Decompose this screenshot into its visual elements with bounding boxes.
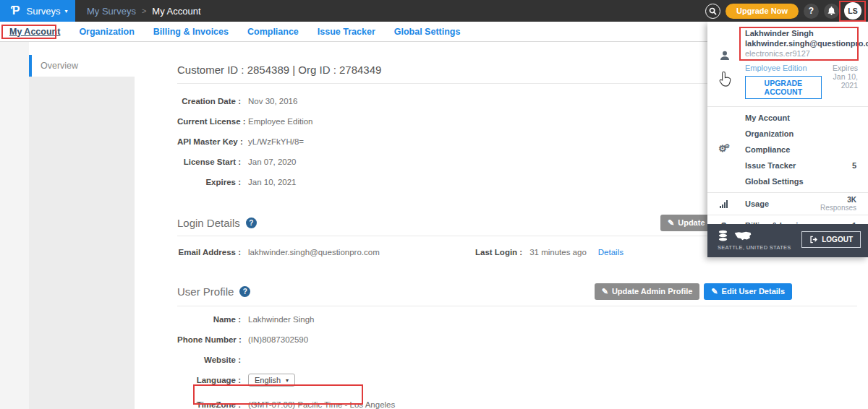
field-label: Current License :: [177, 117, 241, 126]
field-value: Employee Edition: [248, 117, 313, 126]
user-dropdown-panel: Lakhwinder Singh lakhwinder.singh@questi…: [707, 22, 868, 257]
field-row-name: Name : Lakhwinder Singh: [177, 315, 857, 324]
user-username: electronics.er9127: [745, 48, 858, 59]
issue-tracker-count: 5: [852, 161, 856, 170]
user-email: lakhwinder.singh@questionpro.com: [745, 38, 858, 48]
question-mark-icon: ?: [809, 6, 814, 16]
last-login-label: Last Login :: [475, 248, 522, 257]
menu-item-issue-tracker[interactable]: Issue Tracker 5: [707, 158, 868, 173]
search-icon: [709, 7, 717, 15]
app-name: Surveys: [27, 6, 61, 17]
questionpro-logo-icon: Ƥ: [11, 4, 20, 17]
breadcrumb: My Surveys > My Account: [87, 6, 201, 17]
field-row-website: Website :: [177, 356, 857, 364]
usa-map-icon: [734, 231, 752, 241]
edit-icon: ✎: [711, 287, 718, 296]
topbar-actions: Upgrade Now ? LS: [705, 2, 868, 20]
field-value: yL/WzFkYH/8=: [248, 137, 304, 146]
user-name: Lakhwinder Singh: [745, 28, 858, 38]
search-button[interactable]: [705, 4, 720, 19]
user-panel-menu: My Account Organization ⚙⚙ Compliance Is…: [707, 107, 868, 192]
email-address-field: Email Address : lakhwinder.singh@questio…: [177, 248, 475, 257]
license-edition-link[interactable]: Employee Edition: [745, 64, 822, 72]
chevron-down-icon: ▾: [64, 8, 67, 14]
field-value: Jan 07, 2020: [248, 158, 297, 166]
language-select[interactable]: English ▾: [248, 374, 295, 387]
user-profile-title: User Profile ?: [177, 285, 250, 298]
field-label: Website :: [177, 356, 241, 364]
menu-item-global-settings[interactable]: Global Settings: [707, 173, 868, 189]
field-label: Email Address :: [177, 248, 241, 257]
field-label: API Master Key :: [177, 137, 241, 146]
tab-billing-invoices[interactable]: Billing & Invoices: [144, 27, 238, 37]
field-label: Phone Number :: [177, 335, 241, 344]
help-icon[interactable]: ?: [239, 286, 250, 297]
bar-chart-icon: [720, 200, 728, 208]
field-label: Creation Date :: [177, 97, 241, 106]
notifications-button[interactable]: [824, 4, 839, 19]
user-avatar[interactable]: LS: [844, 2, 861, 20]
license-expires: Expires Jan 10, 2021: [822, 64, 858, 99]
menu-item-compliance[interactable]: ⚙⚙ Compliance: [707, 142, 868, 158]
divider: [177, 306, 857, 306]
usage-count: 3K Responses: [820, 196, 856, 212]
user-panel-header: Lakhwinder Singh lakhwinder.singh@questi…: [707, 22, 868, 99]
edit-user-details-button[interactable]: ✎ Edit User Details: [704, 283, 792, 300]
left-gutter: [0, 42, 29, 409]
field-value: Nov 30, 2016: [248, 97, 297, 106]
menu-item-usage[interactable]: Usage 3K Responses: [707, 193, 868, 215]
user-profile-header: User Profile ? ✎ Update Admin Profile ✎ …: [177, 283, 857, 300]
help-icon[interactable]: ?: [246, 218, 257, 228]
menu-item-my-account[interactable]: My Account: [707, 110, 868, 126]
field-value: (IN)8087302590: [248, 335, 308, 344]
chevron-down-icon: ▾: [286, 377, 289, 384]
login-details-title: Login Details ?: [177, 217, 257, 229]
upgrade-account-button[interactable]: UPGRADE ACCOUNT: [745, 76, 822, 99]
user-profile-buttons: ✎ Update Admin Profile ✎ Edit User Detai…: [595, 283, 792, 300]
field-row-phone-number: Phone Number : (IN)8087302590: [177, 335, 857, 344]
person-icon: [720, 51, 730, 61]
license-row: Employee Edition UPGRADE ACCOUNT Expires…: [745, 64, 858, 99]
field-row-timezone: TimeZone : (GMT-07:00) Pacific Time - Lo…: [177, 400, 857, 409]
top-bar: Ƥ Surveys ▾ My Surveys > My Account Upgr…: [0, 0, 868, 22]
breadcrumb-my-account: My Account: [152, 6, 200, 17]
gears-icon: ⚙⚙: [718, 143, 732, 154]
help-button[interactable]: ?: [804, 4, 819, 19]
sidebar-item-overview[interactable]: Overview: [29, 55, 135, 77]
menu-item-organization[interactable]: Organization: [707, 126, 868, 142]
logout-button[interactable]: LOGOUT: [801, 231, 861, 248]
field-label: Expires :: [177, 178, 241, 186]
field-label: Language :: [177, 376, 241, 384]
last-login-value: 31 minutes ago: [529, 248, 587, 257]
logout-icon: [809, 236, 817, 244]
field-value: lakhwinder.singh@questionpro.com: [248, 248, 380, 257]
timezone-value[interactable]: (GMT-07:00) Pacific Time - Los Angeles: [248, 400, 395, 409]
field-label: Name :: [177, 315, 241, 324]
bell-icon: [827, 7, 835, 15]
upgrade-now-button[interactable]: Upgrade Now: [726, 4, 799, 19]
tab-organization[interactable]: Organization: [69, 27, 143, 37]
field-value: Lakhwinder Singh: [248, 315, 314, 324]
update-admin-profile-button[interactable]: ✎ Update Admin Profile: [595, 283, 700, 300]
field-label: TimeZone :: [177, 400, 241, 409]
server-icon: [718, 230, 728, 242]
breadcrumb-separator: >: [142, 7, 146, 15]
surveys-app-menu[interactable]: Ƥ Surveys ▾: [0, 0, 75, 22]
user-panel-footer: SEATTLE, UNITED STATES LOGOUT: [707, 224, 868, 257]
tab-compliance[interactable]: Compliance: [238, 27, 308, 37]
edit-icon: ✎: [668, 218, 674, 228]
edit-icon: ✎: [602, 287, 608, 296]
sidebar-background: [29, 77, 135, 409]
mouse-hand-cursor: [719, 71, 733, 87]
tab-global-settings[interactable]: Global Settings: [385, 27, 470, 37]
field-row-language: Language : English ▾: [177, 373, 857, 387]
breadcrumb-my-surveys[interactable]: My Surveys: [87, 6, 136, 17]
field-value: Jan 10, 2021: [248, 178, 297, 186]
field-label: License Start :: [177, 158, 241, 166]
sidebar: Overview: [29, 42, 135, 409]
tab-issue-tracker[interactable]: Issue Tracker: [308, 27, 385, 37]
details-link[interactable]: Details: [598, 248, 624, 257]
tab-my-account[interactable]: My Account: [0, 27, 69, 37]
